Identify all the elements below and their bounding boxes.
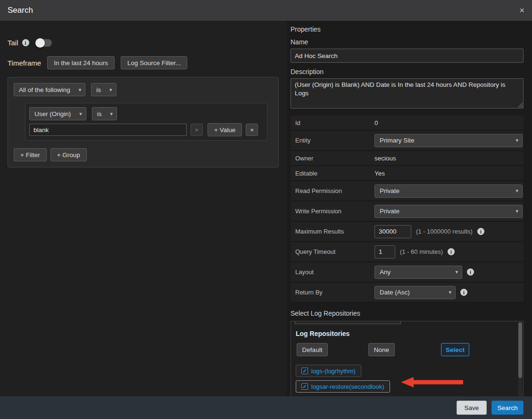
save-button[interactable]: Save (457, 401, 487, 415)
chevron-down-icon: ▾ (451, 269, 458, 275)
checkbox-checked-icon[interactable]: ✓ (301, 383, 308, 390)
chevron-down-icon: ▾ (75, 87, 82, 93)
info-icon: i (477, 228, 484, 235)
search-button[interactable]: Search (491, 401, 524, 415)
property-row-entity: Entity Primary Site ▾ (291, 131, 524, 151)
add-value-button[interactable]: + Value (208, 123, 242, 136)
chevron-down-icon: ▾ (445, 289, 451, 295)
filter-field-value: User (Origin) (34, 110, 71, 117)
search-dialog: Search × Tail i Timeframe In the last 24… (0, 0, 532, 419)
write-permission-select[interactable]: Private ▾ (374, 205, 523, 218)
dialog-title: Search (8, 6, 33, 15)
tail-toggle[interactable] (36, 39, 52, 47)
property-row-read-permission: Read Permission Private ▾ (291, 181, 524, 201)
repository-item-logs-logrhythm[interactable]: ✓ logs-(logrhythm) (296, 365, 361, 377)
timeframe-label: Timeframe (8, 59, 41, 67)
info-icon: i (22, 39, 29, 46)
add-filter-button[interactable]: + Filter (14, 148, 47, 161)
close-icon[interactable]: × (519, 6, 524, 15)
default-button[interactable]: Default (297, 343, 328, 356)
filter-condition-box: User (Origin) ▾ is ▾ × + Value × (25, 103, 267, 141)
checkbox-checked-icon[interactable]: ✓ (301, 368, 308, 374)
property-row-write-permission: Write Permission Private ▾ (291, 201, 524, 222)
remove-filter-button[interactable]: × (246, 124, 258, 136)
group-comparison-select[interactable]: is ▾ (91, 83, 116, 96)
name-input[interactable] (291, 49, 524, 63)
return-by-select[interactable]: Date (Asc) ▾ (374, 286, 456, 299)
property-row-return-by: Return By Date (Asc) ▾ i (291, 283, 524, 303)
property-row-owner: Owner secious (291, 151, 524, 166)
scrollbar-thumb[interactable] (518, 322, 522, 378)
select-button[interactable]: Select (441, 343, 469, 356)
filter-value-input[interactable] (29, 124, 187, 136)
dialog-footer: Save Search (0, 396, 532, 419)
add-group-button[interactable]: + Group (50, 148, 87, 161)
filter-field-select[interactable]: User (Origin) ▾ (29, 107, 86, 120)
maximum-results-input[interactable] (374, 225, 411, 238)
remove-value-button[interactable]: × (191, 124, 203, 136)
tail-label: Tail (8, 39, 18, 47)
chevron-down-icon: ▾ (512, 137, 518, 143)
log-repositories-title: Log Repositories (296, 330, 514, 337)
filter-comparison-value: is (97, 110, 102, 117)
property-row-editable: Editable Yes (291, 166, 524, 181)
info-icon: i (460, 289, 467, 296)
owner-value: secious (374, 155, 396, 162)
search-criteria-panel: Tail i Timeframe In the last 24 hours Lo… (0, 21, 287, 396)
query-timeout-input[interactable] (374, 245, 395, 259)
group-comparison-value: is (96, 86, 101, 93)
read-permission-select[interactable]: Private ▾ (374, 184, 523, 198)
toggle-knob (35, 38, 45, 48)
description-textarea[interactable]: (User (Origin) is Blank) AND Date is In … (291, 78, 524, 109)
chevron-down-icon: ▾ (75, 111, 82, 117)
query-timeout-hint: (1 - 60 minutes) (400, 248, 443, 255)
partial-scrolled-input (295, 321, 401, 324)
maximum-results-hint: (1 - 1000000 results) (416, 228, 473, 235)
group-operator-select[interactable]: All of the following ▾ (14, 83, 85, 96)
none-button[interactable]: None (368, 343, 395, 356)
timeframe-row: Timeframe In the last 24 hours Log Sourc… (8, 56, 279, 69)
property-row-id: Id 0 (291, 116, 524, 131)
description-label: Description (291, 68, 524, 75)
select-log-repositories-heading: Select Log Repositories (291, 310, 524, 317)
group-operator-value: All of the following (19, 86, 70, 93)
entity-select[interactable]: Primary Site ▾ (374, 134, 523, 147)
layout-select[interactable]: Any ▾ (374, 266, 462, 279)
properties-panel: Properties Name Description (User (Origi… (287, 21, 532, 396)
id-value: 0 (374, 119, 378, 126)
editable-value: Yes (374, 170, 385, 177)
titlebar: Search × (0, 0, 532, 21)
info-icon: i (467, 268, 474, 276)
chevron-down-icon: ▾ (106, 87, 112, 93)
properties-heading: Properties (291, 25, 524, 33)
filter-group-box: All of the following ▾ is ▾ User (Origin… (8, 77, 279, 168)
properties-table: Id 0 Entity Primary Site ▾ Owner secious (291, 116, 524, 303)
chevron-down-icon: ▾ (107, 111, 113, 117)
annotation-arrow (401, 377, 463, 388)
scrollbar-track[interactable] (518, 322, 522, 396)
chevron-down-icon: ▾ (512, 188, 518, 194)
info-icon: i (448, 248, 455, 255)
dialog-body: Tail i Timeframe In the last 24 hours Lo… (0, 21, 532, 396)
log-source-filter-button[interactable]: Log Source Filter... (121, 56, 187, 69)
chevron-down-icon: ▾ (512, 208, 518, 214)
timeframe-button[interactable]: In the last 24 hours (47, 56, 115, 69)
name-label: Name (291, 38, 524, 46)
repository-item-logsar-restore-secondlook[interactable]: ✓ logsar-restore(secondlook) (296, 380, 390, 393)
property-row-query-timeout: Query Timeout (1 - 60 minutes) i (291, 242, 524, 262)
property-row-layout: Layout Any ▾ i (291, 262, 524, 283)
property-row-maximum-results: Maximum Results (1 - 1000000 results) i (291, 222, 524, 242)
tail-row: Tail i (8, 39, 279, 47)
filter-comparison-select[interactable]: is ▾ (92, 107, 117, 120)
